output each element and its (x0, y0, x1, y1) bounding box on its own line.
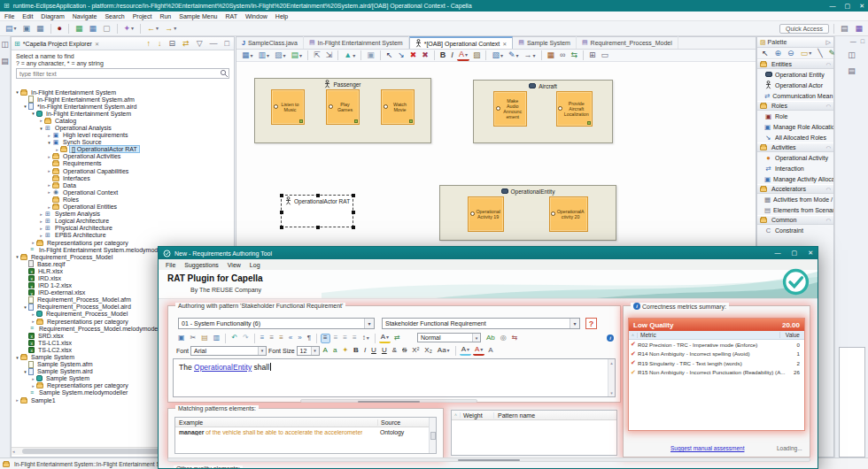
horizontal-splitter[interactable] (300, 399, 477, 403)
tree-item[interactable]: ▾Operational Analysis (12, 124, 234, 131)
expand-arrow-icon[interactable]: ▸ (30, 319, 36, 324)
expand-arrow-icon[interactable]: ▾ (30, 111, 36, 116)
menu-navigate[interactable]: Navigate (73, 13, 97, 19)
bold-icon[interactable]: B (438, 50, 448, 61)
palette-item-operational-activity[interactable]: ●Operational Activity (757, 152, 833, 163)
line-spacing-icon[interactable]: ↕▾ (360, 334, 371, 343)
line-color-icon[interactable]: ✎▾ (507, 50, 521, 61)
pattern-type-select[interactable]: Stakeholder Functional Requirement▾ (382, 318, 580, 329)
sort-icon[interactable]: ˄ (452, 412, 461, 418)
palette-section-roles[interactable]: Roles◠ (757, 101, 833, 111)
operational-actor-node[interactable]: OperationalActor RAT (281, 195, 353, 227)
collapse-pin-icon[interactable]: ◠ (826, 144, 831, 150)
expand-arrow-icon[interactable]: ▸ (38, 219, 44, 224)
menu-help[interactable]: Help (275, 13, 288, 19)
numbered-list-icon[interactable]: ≡ (267, 334, 275, 343)
palette-collapse-icon[interactable]: ▷ (826, 39, 831, 46)
export-icon[interactable]: ⇱ (312, 50, 322, 61)
palette-item-activities-from-mode-state[interactable]: ▦Activities from Mode / State (757, 194, 833, 204)
operational-activity-box[interactable]: Watch Movie (381, 89, 415, 125)
expand-arrow-icon[interactable]: ▸ (30, 383, 36, 388)
menu-file[interactable]: File (4, 13, 14, 19)
column-metric[interactable]: Metric (638, 332, 656, 338)
actor-add-icon[interactable]: ▲▾ (342, 50, 357, 61)
search-icon[interactable] (220, 69, 229, 78)
italic-icon[interactable]: I (362, 346, 368, 356)
tree-item[interactable]: ▸Logical Architecture (12, 218, 234, 225)
diagram-container-operationalentity[interactable]: OperationalEntityOperational Activity 19… (439, 185, 616, 241)
tree-item[interactable]: ▸Operational Entities (12, 204, 234, 211)
expand-arrow-icon[interactable]: ▸ (38, 233, 44, 238)
sentence-entity-link[interactable]: OperationalEntity (194, 363, 252, 372)
expand-arrow-icon[interactable]: ▸ (30, 240, 36, 245)
refresh-icon[interactable]: ⇲ (324, 50, 335, 61)
selection-handle[interactable] (352, 194, 355, 197)
subscript-icon[interactable]: X₂ (422, 346, 433, 356)
expand-arrow-icon[interactable]: ▸ (30, 311, 36, 317)
note-tool-icon[interactable]: ▭▾ (799, 48, 814, 59)
expand-arrow-icon[interactable]: ▸ (30, 376, 36, 381)
capella-validate-icon[interactable]: ▦ (74, 23, 85, 35)
chevron-down-icon[interactable]: ▾ (570, 319, 579, 328)
tree-item[interactable]: ▸Data (12, 181, 234, 188)
hide-icon[interactable]: ✖ (420, 50, 430, 61)
close-button[interactable]: ✕ (859, 3, 864, 10)
copy-format-icon[interactable]: ▣ (365, 50, 376, 61)
line-tool-icon[interactable]: ╲ (816, 48, 824, 59)
collapse-pin-icon[interactable]: ◠ (826, 217, 831, 223)
redo-icon[interactable]: ↷ (241, 334, 251, 343)
expand-arrow-icon[interactable]: ▾ (14, 89, 20, 95)
save-icon[interactable]: ▣ (21, 23, 33, 35)
editor-tab[interactable]: JSampleClass.java (236, 36, 304, 49)
expand-arrow-icon[interactable]: ▾ (22, 369, 28, 374)
palette-section-accelerators[interactable]: Accelerators◠ (757, 184, 833, 194)
swap-icon[interactable]: ⇆ (510, 334, 520, 343)
forward-icon[interactable]: →▾ (163, 23, 178, 35)
metric-row[interactable]: ✔R19 Singularity - TRC - Text length (wo… (629, 358, 804, 368)
tree-item[interactable]: ▾*In-Flight Entertainment System.aird (12, 103, 234, 110)
operational-activity-box[interactable]: Play Games (326, 89, 360, 125)
chevron-down-icon[interactable]: ▾ (258, 347, 266, 355)
tree-item[interactable]: ▸EPBS Architecture (12, 232, 234, 239)
expand-arrow-icon[interactable]: ▾ (14, 355, 20, 360)
tree-item[interactable]: ▾In-Flight Entertainment System (12, 110, 234, 117)
editor-tab[interactable]: ▤In-Flight Entertainment System (304, 36, 409, 49)
change-case-icon[interactable]: Aa▾ (436, 346, 452, 356)
maximize-button[interactable]: ▢ (792, 250, 798, 257)
select-tool-icon[interactable]: ↖ (760, 48, 771, 59)
tree-item[interactable]: In-Flight Entertainment System.afm (12, 96, 234, 103)
operational-activity-box[interactable]: Make Audio Announc ement (493, 91, 527, 127)
superscript-icon[interactable]: X² (410, 346, 421, 356)
selection-handle[interactable] (280, 211, 283, 214)
align-justify-icon[interactable]: ≡ (351, 334, 359, 343)
snapshot-icon[interactable]: ▭ (600, 50, 611, 61)
palette-item-all-allocated-roles[interactable]: ↘All Allocated Roles (757, 132, 833, 142)
paragraph-style-select[interactable]: Normal▾ (417, 333, 481, 342)
pilcrow-icon[interactable]: ¶ (306, 334, 313, 343)
paste-special-icon[interactable]: ▥ (212, 334, 222, 343)
selection-handle[interactable] (352, 226, 355, 229)
requirement-text-editor[interactable]: The OperationalEntity shall ▴▾ (173, 358, 616, 397)
selection-handle[interactable] (316, 226, 320, 229)
menu-run[interactable]: Run (159, 13, 171, 19)
palette-item-elements-from-scenario[interactable]: ▤Elements from Scenario (757, 204, 833, 215)
tree-item[interactable]: ▸[] OperationalActor RAT (12, 146, 234, 153)
tree-item[interactable]: ▸Physical Architecture (12, 225, 234, 232)
palette-item-operational-actor[interactable]: Operational Actor (757, 80, 833, 90)
quick-access-button[interactable]: Quick Access (779, 24, 829, 34)
save-all-icon[interactable]: ▦ (35, 23, 46, 35)
chevron-down-icon[interactable]: ▾ (472, 334, 480, 342)
link-editor-icon[interactable]: ⇄ (181, 38, 191, 50)
maximize-icon[interactable]: □ (861, 38, 864, 44)
tree-item[interactable]: ▾In-Flight Entertainment System (12, 88, 234, 96)
layout-icon[interactable]: ▦▾ (240, 50, 255, 61)
column-source[interactable]: Source (377, 419, 429, 426)
tree-item[interactable]: Interfaces (12, 174, 234, 181)
expand-arrow-icon[interactable]: ▾ (14, 254, 20, 259)
tree-item[interactable]: ▸Representations per category (12, 239, 234, 246)
restore-view-icon[interactable]: ◫ (0, 39, 11, 50)
tree-item[interactable]: ▸System Analysis (12, 211, 234, 218)
selection-handle[interactable] (316, 194, 320, 197)
palette-item-manage-role-allocation[interactable]: ▣Manage Role Allocation (757, 121, 833, 132)
selection-handle[interactable] (280, 226, 283, 229)
